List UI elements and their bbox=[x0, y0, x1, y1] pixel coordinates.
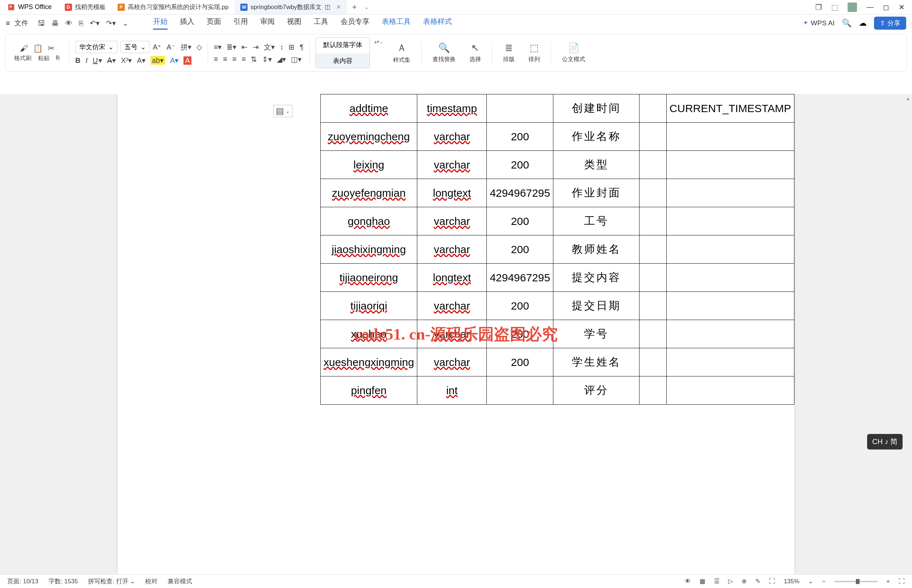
proofread-status[interactable]: 校对 bbox=[145, 577, 157, 585]
table-cell-c1[interactable]: tijiaoriqi bbox=[321, 292, 417, 320]
line-spacing-button[interactable]: ⇅ bbox=[251, 55, 257, 64]
export-icon[interactable]: ⎘ bbox=[79, 19, 83, 27]
clear-format-icon[interactable]: ◇ bbox=[196, 43, 202, 51]
zoom-chevron[interactable]: ⌄ bbox=[808, 578, 813, 585]
table-cell-c1[interactable]: pingfen bbox=[321, 376, 417, 405]
tab-page[interactable]: 页面 bbox=[207, 17, 221, 30]
table-row[interactable]: xueshengxingmingvarchar200学生姓名 bbox=[321, 348, 794, 376]
table-cell-c1[interactable]: gonghao bbox=[321, 207, 417, 236]
share-button[interactable]: ⇪ 分享 bbox=[874, 17, 906, 30]
style-default-para-font[interactable]: 默认段落字体 bbox=[316, 37, 369, 52]
document-page[interactable]: ▤ ⌄ addtimetimestamp创建时间CURRENT_TIMESTAM… bbox=[118, 94, 794, 574]
preview-icon[interactable]: 👁 bbox=[65, 19, 72, 27]
table-cell-c2[interactable]: longtext bbox=[417, 263, 487, 292]
tab-table-tools[interactable]: 表格工具 bbox=[382, 17, 411, 30]
table-row[interactable]: tijiaoneironglongtext4294967295提交内容 bbox=[321, 263, 794, 292]
table-cell-c1[interactable]: addtime bbox=[321, 94, 417, 123]
cut-icon[interactable]: ✂ bbox=[48, 44, 54, 53]
compat-mode[interactable]: 兼容模式 bbox=[168, 577, 192, 585]
view-read-icon[interactable]: ▷ bbox=[728, 578, 733, 585]
align-justify-button[interactable]: ≡ bbox=[242, 55, 246, 63]
text-direction-button[interactable]: 文▾ bbox=[264, 42, 275, 52]
avatar[interactable] bbox=[847, 3, 857, 12]
tab-reader-icon[interactable]: ◫ bbox=[325, 3, 330, 11]
table-row[interactable]: addtimetimestamp创建时间CURRENT_TIMESTAMP bbox=[321, 94, 794, 123]
table-cell-c4[interactable]: 作业封面 bbox=[553, 179, 640, 207]
table-cell-c3[interactable]: 200 bbox=[487, 292, 553, 320]
page-indicator[interactable]: 页面: 10/13 bbox=[7, 577, 38, 585]
table-cell-c5[interactable] bbox=[639, 348, 666, 376]
table-cell-c5[interactable] bbox=[639, 376, 666, 405]
style-presets[interactable]: 默认段落字体 表内容 bbox=[316, 37, 370, 68]
multiwin-icon[interactable]: ❐ bbox=[815, 3, 822, 11]
align-distribute-button[interactable]: ⊞ bbox=[288, 43, 295, 51]
table-cell-c4[interactable]: 提交内容 bbox=[553, 263, 640, 292]
select-button[interactable]: ↖ 选择 bbox=[464, 42, 486, 63]
vertical-scrollbar[interactable]: ▲ bbox=[906, 96, 910, 572]
table-cell-c6[interactable] bbox=[666, 376, 794, 405]
table-cell-c3[interactable]: 4294967295 bbox=[487, 179, 553, 207]
table-cell-c5[interactable] bbox=[639, 94, 666, 123]
tab-doc-active[interactable]: W springbootb7wby数据库文 ◫ ✕ bbox=[235, 0, 347, 14]
table-cell-c1[interactable]: xueshengxingming bbox=[321, 348, 417, 376]
data-table[interactable]: addtimetimestamp创建时间CURRENT_TIMESTAMPzuo… bbox=[320, 94, 794, 405]
tab-template[interactable]: D 找稻壳模板 bbox=[59, 0, 112, 14]
eye-icon[interactable]: 👁 bbox=[685, 578, 691, 585]
table-cell-c3[interactable] bbox=[487, 94, 553, 123]
table-row[interactable]: zuoyefengmianlongtext4294967295作业封面 bbox=[321, 179, 794, 207]
borders-button[interactable]: ◫▾ bbox=[291, 55, 301, 64]
table-cell-c5[interactable] bbox=[639, 292, 666, 320]
minimize-icon[interactable]: — bbox=[867, 3, 874, 11]
zoom-level[interactable]: 135% bbox=[784, 578, 799, 585]
table-cell-c5[interactable] bbox=[639, 179, 666, 207]
numbering-button[interactable]: ≣▾ bbox=[227, 43, 237, 51]
print-icon[interactable]: 🖶 bbox=[52, 19, 58, 27]
tab-insert[interactable]: 插入 bbox=[180, 17, 194, 30]
tab-review[interactable]: 审阅 bbox=[260, 17, 275, 30]
char-shading-button[interactable]: A bbox=[183, 57, 191, 65]
table-row[interactable]: gonghaovarchar200工号 bbox=[321, 207, 794, 236]
table-cell-c3[interactable]: 200 bbox=[487, 151, 553, 179]
document-area[interactable]: ▤ ⌄ addtimetimestamp创建时间CURRENT_TIMESTAM… bbox=[0, 94, 912, 574]
align-left-button[interactable]: ≡ bbox=[214, 55, 218, 63]
tab-menu-chevron[interactable]: ⌄ bbox=[364, 3, 369, 10]
hamburger-icon[interactable]: ≡ bbox=[6, 19, 10, 27]
table-cell-c5[interactable] bbox=[639, 207, 666, 236]
table-cell-c6[interactable] bbox=[666, 263, 794, 292]
phonetic-icon[interactable]: 拼▾ bbox=[181, 42, 191, 52]
table-cell-c4[interactable]: 工号 bbox=[553, 207, 640, 236]
fullscreen-icon[interactable]: ⛶ bbox=[899, 578, 905, 585]
scroll-up-icon[interactable]: ▲ bbox=[906, 96, 910, 101]
table-cell-c1[interactable]: jiaoshixingming bbox=[321, 236, 417, 263]
table-cell-c5[interactable] bbox=[639, 151, 666, 179]
table-cell-c3[interactable]: 4294967295 bbox=[487, 263, 553, 292]
indent-button[interactable]: ⇥ bbox=[253, 43, 259, 51]
align-right-button[interactable]: ≡ bbox=[232, 55, 237, 63]
zoom-in-button[interactable]: + bbox=[886, 578, 890, 585]
shading-button[interactable]: ◢▾ bbox=[277, 55, 286, 64]
table-cell-c6[interactable] bbox=[666, 348, 794, 376]
wps-ai-button[interactable]: WPS AI bbox=[802, 19, 834, 27]
table-cell-c1[interactable]: xuehao bbox=[321, 320, 417, 348]
table-cell-c1[interactable]: tijiaoneirong bbox=[321, 263, 417, 292]
table-row[interactable]: xuehaovarchar200学号 bbox=[321, 320, 794, 348]
bold-button[interactable]: B bbox=[75, 57, 80, 65]
table-cell-c6[interactable]: CURRENT_TIMESTAMP bbox=[666, 94, 794, 123]
table-cell-c6[interactable] bbox=[666, 179, 794, 207]
tab-reference[interactable]: 引用 bbox=[233, 17, 248, 30]
tab-ppt[interactable]: P 高校自习室预约系统的设计与实现.pp bbox=[112, 0, 235, 14]
show-marks-button[interactable]: ¶ bbox=[300, 43, 304, 51]
superscript-button[interactable]: X²▾ bbox=[121, 56, 132, 65]
table-cell-c5[interactable] bbox=[639, 320, 666, 348]
format-brush-icon[interactable]: 🖌 bbox=[20, 44, 28, 53]
para-spacing-button[interactable]: ⇕▾ bbox=[262, 55, 272, 64]
font-size-select[interactable]: 五号⌄ bbox=[120, 41, 150, 53]
table-cell-c3[interactable] bbox=[487, 376, 553, 405]
style-table-content[interactable]: 表内容 bbox=[316, 53, 369, 68]
zoom-slider[interactable] bbox=[834, 581, 878, 582]
fit-icon[interactable]: ⛶ bbox=[769, 578, 775, 585]
table-cell-c4[interactable]: 提交日期 bbox=[553, 292, 640, 320]
cloud-icon[interactable]: ☁ bbox=[859, 18, 867, 28]
table-cell-c4[interactable]: 创建时间 bbox=[553, 94, 640, 123]
outline-control[interactable]: ▤ ⌄ bbox=[273, 105, 292, 117]
